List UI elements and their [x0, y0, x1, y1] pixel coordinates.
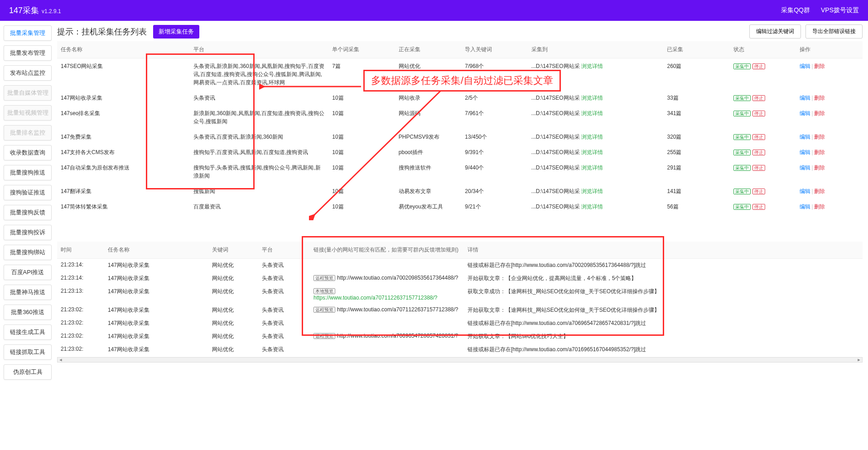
table-row[interactable]: 147自动采集为原创发布推送搜狗知乎,头条资讯,搜狐新闻,搜狗公众号,腾讯新闻,…	[57, 160, 863, 184]
sidebar-item-16[interactable]: 链接抓取工具	[4, 344, 52, 360]
th-keywords[interactable]: 导入关键词	[461, 41, 528, 58]
scroll-left-icon[interactable]: ◄	[58, 358, 64, 362]
preview-badge[interactable]: 远程预览	[313, 275, 335, 281]
delete-link[interactable]: 删除	[814, 134, 825, 140]
edit-link[interactable]: 编辑	[800, 63, 810, 69]
th-collectto[interactable]: 采集到	[528, 41, 664, 58]
edit-link[interactable]: 编辑	[800, 188, 810, 194]
cell-collectto: ...D:\147SEO网站采 浏览详情	[528, 184, 664, 199]
preview-badge[interactable]: 远程预览	[313, 333, 335, 339]
cell-time: 21:23:02:	[57, 317, 104, 330]
detail-link[interactable]: 浏览详情	[581, 165, 603, 171]
log-link[interactable]: https://www.toutiao.com/a707112263715771…	[313, 295, 438, 301]
delete-link[interactable]: 删除	[814, 95, 825, 101]
detail-link[interactable]: 浏览详情	[581, 110, 603, 116]
scroll-right-icon[interactable]: ►	[856, 358, 862, 362]
status-stop[interactable]: 停止	[752, 63, 765, 69]
edit-link[interactable]: 编辑	[800, 165, 810, 171]
edit-link[interactable]: 编辑	[800, 149, 810, 155]
th-detail[interactable]: 详情	[464, 242, 863, 259]
table-row[interactable]: 147翻译采集搜狐新闻10篇动易发布文章20/34个...D:\147SEO网站…	[57, 184, 863, 199]
horizontal-scrollbar[interactable]: ◄ ►	[57, 357, 863, 363]
preview-badge[interactable]: 本地预览	[313, 288, 335, 294]
cell-collectto: ...D:\147SEO网站采 浏览详情	[528, 160, 664, 184]
cell-platform: 头条资讯,百度资讯,新浪新闻,360新闻	[190, 129, 328, 145]
detail-link[interactable]: 浏览详情	[581, 63, 603, 69]
th-link[interactable]: 链接(量小的网站可能没有匹配，如需要可群内反馈增加规则)	[310, 242, 464, 259]
status-stop[interactable]: 停止	[752, 165, 765, 171]
qq-group-link[interactable]: 采集QQ群	[781, 6, 810, 15]
cell-keyword: 网站优化	[208, 285, 258, 304]
edit-link[interactable]: 编辑	[800, 110, 810, 116]
status-stop[interactable]: 停止	[752, 134, 765, 140]
cell-collectto: ...D:\147SEO网站采 浏览详情	[528, 199, 664, 214]
th-name[interactable]: 任务名称	[57, 41, 190, 58]
sidebar-item-12[interactable]: 百度API推送	[4, 265, 52, 280]
edit-link[interactable]: 编辑	[800, 134, 810, 140]
th-time[interactable]: 时间	[57, 242, 104, 259]
sidebar-item-1[interactable]: 批量发布管理	[4, 45, 52, 61]
preview-badge[interactable]: 远程预览	[313, 307, 335, 313]
sidebar-item-2[interactable]: 发布站点监控	[4, 65, 52, 81]
sidebar-item-9[interactable]: 批量搜狗反馈	[4, 205, 52, 220]
edit-filter-button[interactable]: 编辑过滤关键词	[749, 24, 801, 39]
detail-link[interactable]: 浏览详情	[581, 149, 603, 155]
delete-link[interactable]: 删除	[814, 188, 825, 194]
sidebar-item-13[interactable]: 批量神马推送	[4, 285, 52, 300]
sidebar-item-8[interactable]: 搜狗验证推送	[4, 185, 52, 200]
cell-single: 10篇	[328, 160, 395, 184]
status-stop[interactable]: 停止	[752, 95, 765, 101]
detail-link[interactable]: 浏览详情	[581, 203, 603, 210]
status-running: 采集中	[733, 95, 751, 101]
delete-link[interactable]: 删除	[814, 110, 825, 116]
cell-name: 147翻译采集	[57, 184, 190, 199]
table-row[interactable]: 147免费采集头条资讯,百度资讯,新浪新闻,360新闻10篇PHPCMSV9发布…	[57, 129, 863, 145]
sidebar-item-0[interactable]: 批量采集管理	[4, 25, 52, 41]
status-stop[interactable]: 停止	[752, 150, 765, 155]
log-link[interactable]: http://www.toutiao.com/a7069654728657420…	[337, 333, 458, 339]
delete-link[interactable]: 删除	[814, 149, 825, 155]
status-stop[interactable]: 停止	[752, 111, 765, 116]
cell-platform: 搜狗知乎,百度资讯,凤凰新闻,百度知道,搜狗资讯	[190, 145, 328, 160]
status-running: 采集中	[733, 150, 751, 155]
vps-dial-link[interactable]: VPS拨号设置	[821, 6, 859, 15]
new-task-button[interactable]: 新增采集任务	[153, 25, 199, 39]
edit-link[interactable]: 编辑	[800, 203, 810, 210]
delete-link[interactable]: 删除	[814, 165, 825, 171]
th-platform[interactable]: 平台	[190, 41, 328, 58]
th-task[interactable]: 任务名称	[104, 242, 208, 259]
log-link[interactable]: http://www.toutiao.com/a7002098535617364…	[337, 275, 458, 281]
export-errors-button[interactable]: 导出全部错误链接	[805, 24, 863, 39]
table-row[interactable]: 147简体转繁体采集百度最资讯10篇易优eyou发布工具9/21个...D:\1…	[57, 199, 863, 214]
detail-link[interactable]: 浏览详情	[581, 95, 603, 101]
sidebar-item-17[interactable]: 伪原创工具	[4, 364, 52, 380]
table-row[interactable]: 147seo排名采集新浪新闻,360新闻,凤凰新闻,百度知道,搜狗资讯,搜狗公众…	[57, 106, 863, 129]
table-row[interactable]: 147支持各大CMS发布搜狗知乎,百度资讯,凤凰新闻,百度知道,搜狗资讯10篇p…	[57, 145, 863, 160]
log-row: 21:23:14:147网站收录采集网站优化头条资讯远程预览http://www…	[57, 272, 863, 285]
th-collecting[interactable]: 正在采集	[395, 41, 462, 58]
cell-detail: 开始获取文章：【途网科技_网站SEO优化如何做_关于SEO优化详细操作步骤】	[464, 304, 863, 317]
th-platform[interactable]: 平台	[258, 242, 310, 259]
sidebar-item-6[interactable]: 收录数据查询	[4, 145, 52, 160]
th-ops[interactable]: 操作	[796, 41, 863, 58]
th-keyword[interactable]: 关键词	[208, 242, 258, 259]
sidebar-item-11[interactable]: 批量搜狗绑站	[4, 245, 52, 260]
status-stop[interactable]: 停止	[752, 189, 765, 194]
th-single[interactable]: 单个词采集	[328, 41, 395, 58]
th-collected[interactable]: 已采集	[663, 41, 730, 58]
detail-link[interactable]: 浏览详情	[581, 188, 603, 194]
status-stop[interactable]: 停止	[752, 204, 765, 210]
cell-single: 10篇	[328, 129, 395, 145]
delete-link[interactable]: 删除	[814, 203, 825, 210]
sidebar-item-15[interactable]: 链接生成工具	[4, 324, 52, 340]
delete-link[interactable]: 删除	[814, 63, 825, 69]
th-status[interactable]: 状态	[730, 41, 796, 58]
sidebar-item-14[interactable]: 批量360推送	[4, 305, 52, 320]
sidebar-item-10[interactable]: 批量搜狗投诉	[4, 225, 52, 240]
edit-link[interactable]: 编辑	[800, 95, 810, 101]
table-row[interactable]: 147SEO网站采集头条资讯,新浪新闻,360新闻,凤凰新闻,搜狗知乎,百度资讯…	[57, 58, 863, 91]
sidebar-item-7[interactable]: 批量搜狗推送	[4, 165, 52, 180]
log-link[interactable]: http://www.toutiao.com/a7071122637157712…	[337, 306, 458, 313]
detail-link[interactable]: 浏览详情	[581, 134, 603, 140]
table-row[interactable]: 147网站收录采集头条资讯10篇网站收录2/5个...D:\147SEO网站采 …	[57, 90, 863, 106]
